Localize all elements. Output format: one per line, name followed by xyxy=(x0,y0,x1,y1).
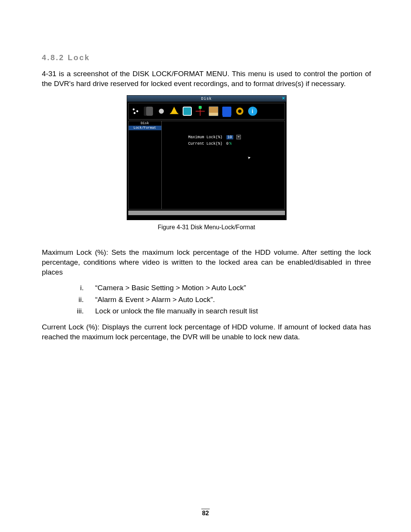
display-icon[interactable] xyxy=(222,107,231,116)
cursor-icon: ➤ xyxy=(247,154,252,161)
close-icon[interactable]: × xyxy=(282,96,285,101)
page-number-value: 82 xyxy=(202,510,209,516)
wizard-icon[interactable] xyxy=(131,107,140,116)
sidebar: Disk Lock/Format xyxy=(128,121,162,209)
record-icon[interactable] xyxy=(157,107,166,116)
window-titlebar: Disk × xyxy=(127,96,286,102)
window-title: Disk xyxy=(201,97,212,101)
list-marker: i. xyxy=(42,282,95,294)
sidebar-item-disk[interactable]: Disk xyxy=(129,121,161,126)
schedule-icon[interactable] xyxy=(183,107,192,116)
current-lock-paragraph: Current Lock (%): Displays the current l… xyxy=(42,322,371,342)
main-pane: Maximum Lock(%) 10 Current Lock(%) 0% ➤ xyxy=(162,121,285,209)
list-item: i. “Camera > Basic Setting > Motion > Au… xyxy=(42,282,371,294)
disk-icon[interactable] xyxy=(209,106,218,116)
percent-unit: % xyxy=(229,142,232,146)
figure-caption: Figure 4-31 Disk Menu-Lock/Format xyxy=(42,224,371,231)
max-lock-paragraph: Maximum Lock (%): Sets the maximum lock … xyxy=(42,248,371,277)
dvr-screenshot: Disk × Disk Lock/Format xyxy=(127,95,287,220)
list-text: Lock or unlock the file manually in sear… xyxy=(95,305,258,317)
info-icon[interactable] xyxy=(248,107,257,116)
figure-container: Disk × Disk Lock/Format xyxy=(42,95,371,231)
list-text: “Camera > Basic Setting > Motion > Auto … xyxy=(95,282,246,294)
max-lock-label: Maximum Lock(%) xyxy=(188,135,223,139)
dropdown-icon[interactable] xyxy=(236,135,241,139)
current-lock-number: 0 xyxy=(226,142,229,146)
list-item: ii. “Alarm & Event > Alarm > Auto Lock”. xyxy=(42,294,371,305)
list-item: iii. Lock or unlock the file manually in… xyxy=(42,305,371,317)
network-icon[interactable] xyxy=(196,107,205,116)
current-lock-label: Current Lock(%) xyxy=(188,142,223,146)
system-icon[interactable] xyxy=(235,107,244,116)
max-lock-value[interactable]: 10 xyxy=(226,135,233,139)
section-heading: 4.8.2 Lock xyxy=(42,53,371,62)
current-lock-value: 0% xyxy=(226,142,232,146)
list-text: “Alarm & Event > Alarm > Auto Lock”. xyxy=(95,294,215,305)
list-marker: ii. xyxy=(42,294,95,305)
page-number: 82 xyxy=(0,509,411,517)
intro-paragraph: 4-31 is a screenshot of the DISK LOCK/FO… xyxy=(42,69,371,88)
list-marker: iii. xyxy=(42,305,95,317)
sidebar-item-lockformat[interactable]: Lock/Format xyxy=(129,126,161,130)
toolbar xyxy=(128,103,285,120)
steps-list: i. “Camera > Basic Setting > Motion > Au… xyxy=(42,282,371,317)
alarm-icon[interactable] xyxy=(170,107,179,116)
camera-icon[interactable] xyxy=(144,107,153,116)
status-bar xyxy=(128,211,285,215)
